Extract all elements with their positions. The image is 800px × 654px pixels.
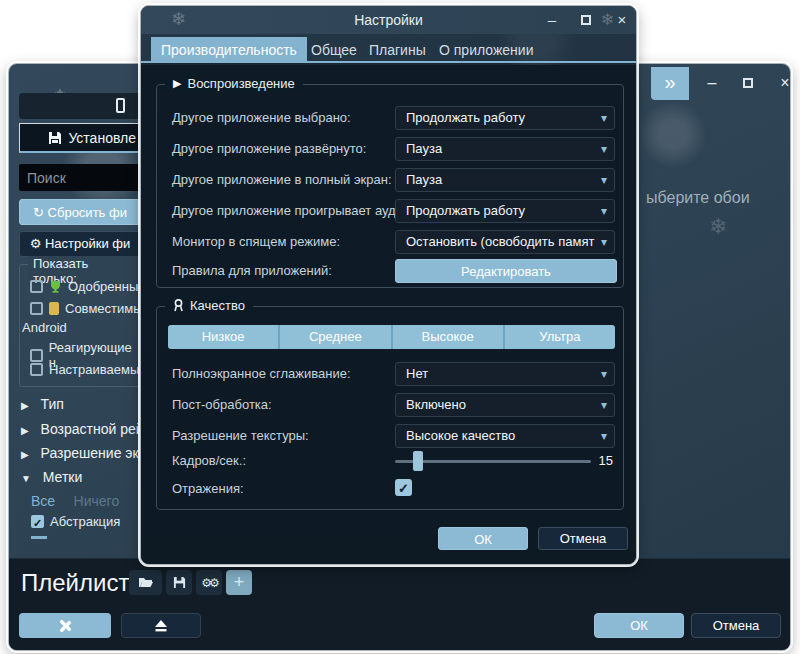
chevron-down-icon: ▾ bbox=[601, 394, 607, 416]
select-all-link[interactable]: Все bbox=[31, 493, 55, 509]
section-type[interactable]: ▶ Тип bbox=[21, 396, 64, 412]
section-resolution[interactable]: ▶ Разрешение экра bbox=[21, 445, 154, 461]
antialiasing-dropdown[interactable]: Нет ▾ bbox=[395, 362, 615, 386]
filter-customizable[interactable]: Настраиваемый bbox=[30, 362, 147, 377]
other-app-fullscreen-dropdown[interactable]: Пауза ▾ bbox=[395, 168, 615, 192]
section-age-rating[interactable]: ▶ Возрастной рейт bbox=[21, 421, 150, 437]
abstraction-checkbox[interactable]: ✓ bbox=[31, 515, 44, 528]
add-to-playlist-button[interactable]: + bbox=[226, 570, 252, 595]
chevron-down-icon: ▾ bbox=[601, 107, 607, 129]
gears-icon: ⚙⚙ bbox=[201, 576, 217, 590]
fps-value: 15 bbox=[599, 449, 613, 473]
chevron-right-icon: ▶ bbox=[21, 449, 29, 460]
close-button[interactable]: × bbox=[609, 10, 635, 30]
playback-groupbox: ▶ Воспроизведение Другое приложение выбр… bbox=[156, 84, 624, 288]
search-input[interactable] bbox=[19, 164, 141, 191]
tools-button[interactable] bbox=[19, 613, 111, 638]
tab-general[interactable]: Общее bbox=[301, 37, 367, 63]
postprocessing-dropdown[interactable]: Включено ▾ bbox=[395, 393, 615, 417]
save-icon bbox=[48, 131, 62, 145]
scroll-hint-line bbox=[31, 536, 47, 539]
filter-compatible[interactable]: Совместимы bbox=[30, 301, 143, 316]
crossed-tools-icon bbox=[57, 618, 73, 634]
maximize-button[interactable] bbox=[573, 10, 599, 30]
tab-installed-label: Установле bbox=[68, 130, 136, 146]
trophy-icon bbox=[49, 280, 62, 293]
folder-open-icon bbox=[138, 576, 154, 589]
chevron-right-icon: ▶ bbox=[21, 425, 29, 436]
plus-icon: + bbox=[234, 572, 245, 593]
tag-select-links: Все Ничего bbox=[31, 492, 119, 510]
main-ok-button[interactable]: ОК bbox=[594, 613, 684, 638]
preset-low[interactable]: Низкое bbox=[168, 325, 280, 349]
close-button[interactable]: × bbox=[771, 72, 791, 94]
dialog-cancel-button[interactable]: Отмена bbox=[538, 527, 628, 550]
compatible-checkbox[interactable] bbox=[30, 302, 43, 315]
edit-rules-button[interactable]: Редактировать bbox=[395, 259, 617, 283]
expand-panel-button[interactable]: » bbox=[651, 67, 689, 100]
playback-row-label: Другое приложение проигрывает аудио: bbox=[172, 199, 414, 223]
fps-slider-handle[interactable] bbox=[413, 451, 423, 471]
texture-resolution-dropdown[interactable]: Высокое качество ▾ bbox=[395, 424, 615, 448]
eject-button[interactable] bbox=[121, 613, 201, 638]
play-icon: ▶ bbox=[173, 77, 181, 90]
section-tags[interactable]: ▼ Метки bbox=[21, 469, 82, 485]
other-app-selected-dropdown[interactable]: Продолжать работу ▾ bbox=[395, 106, 615, 130]
settings-dialog: Настройки – × Производительность Общее П… bbox=[140, 5, 637, 565]
filter-settings-button[interactable]: ⚙ Настройки фи bbox=[19, 231, 141, 257]
main-cancel-button[interactable]: Отмена bbox=[691, 613, 781, 638]
chevron-down-icon: ▾ bbox=[601, 231, 607, 253]
quality-preset-bar: Низкое Среднее Высокое Ультра bbox=[168, 325, 615, 349]
playback-row-label: Другое приложение развёрнуто: bbox=[172, 137, 366, 161]
reset-filters-button[interactable]: ↻ Сбросить фи bbox=[19, 199, 141, 225]
quality-row-label: Полноэкранное сглаживание: bbox=[172, 362, 351, 386]
minimize-button[interactable]: – bbox=[539, 10, 565, 30]
customizable-checkbox[interactable] bbox=[30, 363, 43, 376]
tag-abstraction[interactable]: ✓ Абстракция bbox=[31, 514, 120, 529]
chevron-down-icon: ▼ bbox=[21, 473, 31, 484]
chevron-down-icon: ▾ bbox=[601, 169, 607, 191]
minimize-button[interactable]: – bbox=[698, 72, 726, 94]
fps-slider[interactable] bbox=[395, 460, 591, 463]
save-icon bbox=[173, 576, 186, 589]
maximize-button[interactable] bbox=[734, 72, 762, 94]
device-tab-bar[interactable] bbox=[19, 93, 141, 119]
quality-row-label: Разрешение текстуры: bbox=[172, 424, 309, 448]
preset-high[interactable]: Высокое bbox=[393, 325, 505, 349]
tab-performance[interactable]: Производительность bbox=[151, 37, 307, 63]
approved-checkbox[interactable] bbox=[30, 280, 43, 293]
playback-row-label: Другое приложение выбрано: bbox=[172, 106, 351, 130]
dialog-body: ▶ Воспроизведение Другое приложение выбр… bbox=[141, 65, 636, 564]
reflections-checkbox[interactable]: ✓ bbox=[395, 479, 412, 496]
app-rules-label: Правила для приложений: bbox=[172, 259, 332, 283]
quality-groupbox: Качество Низкое Среднее Высокое Ультра П… bbox=[156, 306, 624, 510]
select-none-link[interactable]: Ничего bbox=[74, 493, 120, 509]
quality-medal-icon bbox=[173, 299, 184, 312]
tab-about[interactable]: О приложении bbox=[429, 37, 543, 63]
other-app-audio-dropdown[interactable]: Продолжать работу ▾ bbox=[395, 199, 615, 223]
quality-row-label: Пост-обработка: bbox=[172, 393, 272, 417]
playlist-title: Плейлист bbox=[21, 569, 129, 597]
filter-compatible-wrap: Android bbox=[22, 320, 67, 335]
preset-medium[interactable]: Среднее bbox=[280, 325, 392, 349]
gear-icon: ⚙ bbox=[30, 236, 42, 251]
open-playlist-button[interactable] bbox=[129, 570, 162, 595]
filter-approved[interactable]: Одобренные bbox=[30, 279, 145, 294]
other-app-maximized-dropdown[interactable]: Пауза ▾ bbox=[395, 137, 615, 161]
playback-group-title: ▶ Воспроизведение bbox=[165, 75, 303, 92]
phone-icon bbox=[116, 98, 125, 113]
eject-icon bbox=[154, 620, 168, 632]
dialog-titlebar[interactable]: Настройки – × bbox=[141, 6, 636, 34]
dialog-tab-bar: Производительность Общее Плагины О прило… bbox=[141, 34, 636, 63]
monitor-sleep-dropdown[interactable]: Остановить (освободить памят ▾ bbox=[395, 230, 615, 254]
tab-installed[interactable]: Установле bbox=[19, 123, 141, 153]
save-playlist-button[interactable] bbox=[166, 570, 192, 595]
dialog-ok-button[interactable]: ОК bbox=[438, 527, 528, 550]
responsive-checkbox[interactable] bbox=[30, 349, 43, 362]
maximize-icon bbox=[743, 78, 753, 88]
playlist-settings-button[interactable]: ⚙⚙ bbox=[196, 570, 222, 595]
preset-ultra[interactable]: Ультра bbox=[505, 325, 615, 349]
chevron-right-icon: ▶ bbox=[21, 400, 29, 411]
chevron-down-icon: ▾ bbox=[601, 363, 607, 385]
tab-plugins[interactable]: Плагины bbox=[359, 37, 436, 63]
